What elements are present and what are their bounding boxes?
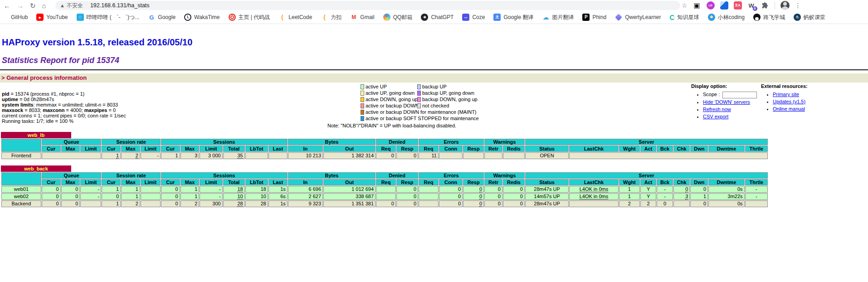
cell: L4OK in 0ms: [569, 193, 619, 200]
bookmark-leetcode2[interactable]: ⟨力扣: [321, 14, 341, 21]
bookmark-bilibili[interactable]: □哔哩哔哩 ( ゜- ゜)つ...: [77, 14, 140, 21]
stats-row-web01: web0100-1101-18181s6 6961 012 6940000028…: [1, 186, 768, 193]
imgtranslate-favicon: ☁: [542, 14, 549, 21]
bookmark-coze[interactable]: ••Coze: [462, 14, 485, 21]
bookmark-imgtranslate[interactable]: ☁图片翻译: [542, 14, 574, 21]
bookmark-qqmail[interactable]: QQ邮箱: [383, 14, 413, 21]
cell: 0: [690, 200, 708, 207]
haproxy-version-link[interactable]: HAProxy version 1.5.18, released 2016/05…: [2, 37, 192, 48]
option-link[interactable]: Refresh now: [703, 107, 731, 112]
gmail-favicon: M: [350, 14, 357, 21]
coze-favicon: ••: [462, 14, 469, 21]
proxy-name-tab-web-lb[interactable]: web_lb: [1, 132, 71, 138]
cell: 0: [463, 200, 484, 207]
column-group-session-rate: Session rate: [102, 139, 161, 145]
cell-value-tooltip: 10: [237, 194, 243, 199]
column-header-act: Act: [640, 179, 657, 185]
legend-item: active or backup DOWN: [361, 103, 419, 108]
bookmark-zsxq[interactable]: 知识星球: [670, 14, 699, 21]
warning-icon: ▲: [60, 3, 65, 8]
bookmark-github[interactable]: GitHub: [11, 14, 28, 21]
forward-icon[interactable]: →: [17, 2, 24, 9]
security-chip[interactable]: ▲ 不安全: [60, 2, 83, 10]
back-icon[interactable]: ←: [4, 2, 10, 9]
cell: 1s: [268, 200, 288, 207]
home-icon[interactable]: ⌂: [42, 2, 46, 9]
cell: 28m47s UP: [525, 186, 569, 193]
column-header-resp: Resp: [396, 179, 418, 185]
column-header-cur: Cur: [161, 146, 180, 152]
cell: -: [745, 193, 768, 200]
cell: 0: [484, 186, 502, 193]
cell: 3 000: [200, 152, 222, 159]
option-link[interactable]: CSV export: [703, 114, 728, 119]
profile-avatar[interactable]: [780, 1, 790, 10]
cell: 0: [657, 200, 673, 207]
screenshot-extension-icon[interactable]: ▣: [693, 1, 701, 10]
resource-link[interactable]: Updates (v1.5): [773, 99, 805, 104]
bookmark-qwerty[interactable]: QwertyLearner: [615, 14, 661, 21]
cell: 2: [121, 152, 140, 159]
scope-input[interactable]: [722, 92, 757, 98]
cell: 0: [61, 193, 80, 200]
bookmark-luffy[interactable]: 路飞学城: [753, 14, 785, 21]
cell: L4OK in 0ms: [569, 186, 619, 193]
legend-row: active UP, going downbackup UP, going do…: [361, 90, 479, 97]
bookmarks-list: GitHub▶YouTube□哔哩哔哩 ( ゜- ゜)つ...GGoogleWa…: [11, 11, 825, 24]
column-header-req: Req: [419, 146, 439, 152]
blue-extension-icon[interactable]: [720, 1, 728, 10]
column-group-warnings: Warnings: [484, 172, 525, 179]
legend-note: Note: "NOLB"/"DRAIN" = UP with load-bala…: [327, 123, 456, 128]
bookmark-label: Phind: [592, 14, 606, 20]
column-header-resp: Resp: [396, 146, 418, 152]
process-info-line: maxsock = 8033; maxconn = 4000; maxpipes…: [2, 107, 126, 113]
proxy-name-tab-web-back[interactable]: web_back: [1, 165, 71, 172]
stats-table-block-web-lb: web_lb QueueSession rateSessionsBytesDen…: [1, 132, 768, 160]
bookmark-label: 哔哩哔哩 ( ゜- ゜)つ...: [87, 14, 140, 21]
cell: 2: [619, 200, 640, 207]
process-info-line: Running tasks: 1/7; idle = 100 %: [2, 118, 126, 124]
address-bar[interactable]: ▲ 不安全 192.168.6.131/ha_stats: [55, 1, 680, 10]
column-header-out: Out: [323, 146, 375, 152]
reload-icon[interactable]: ↻: [30, 2, 36, 9]
section-header: > General process information: [0, 73, 868, 83]
column-header-limit: Limit: [200, 179, 222, 185]
column-header-bck: Bck: [657, 179, 673, 185]
bookmark-wakatime[interactable]: WakaTime: [184, 14, 219, 21]
legend-label: backup UP, going down: [422, 90, 474, 96]
lr-extension-icon[interactable]: LR: [707, 1, 715, 10]
column-header-limit: Limit: [141, 146, 161, 152]
bookmark-gmail[interactable]: MGmail: [350, 14, 374, 21]
extensions-puzzle-icon[interactable]: [761, 1, 769, 10]
bookmarks-overflow-chevron[interactable]: »: [796, 11, 800, 24]
phind-favicon: P: [582, 14, 590, 21]
bookmark-phind[interactable]: PPhind: [582, 14, 606, 21]
bookmark-youtube[interactable]: ▶YouTube: [36, 14, 68, 21]
column-header-limit: Limit: [141, 179, 161, 185]
bookmark-label: 知识星球: [678, 14, 699, 21]
cell: 0s: [708, 200, 744, 207]
bookmark-codewar[interactable]: 主页 | 代码战: [229, 14, 270, 21]
wappalyzer-extension-icon[interactable]: W6: [747, 1, 756, 10]
resource-link[interactable]: Online manual: [773, 106, 805, 112]
option-link[interactable]: Hide 'DOWN' servers: [703, 99, 750, 105]
bookmark-xiaolin[interactable]: 小林coding: [708, 14, 745, 21]
bookmark-star-icon[interactable]: ☆: [682, 2, 688, 9]
bilibili-favicon: □: [77, 14, 84, 21]
bookmark-google[interactable]: GGoogle: [148, 14, 176, 21]
column-header-out: Out: [323, 179, 375, 185]
cell: [745, 200, 768, 207]
cell: 10: [223, 193, 245, 200]
legend-item: active or backup SOFT STOPPED for mainte…: [361, 116, 479, 121]
translate-extension-icon[interactable]: 文A: [734, 1, 742, 10]
bookmark-leetcode[interactable]: ⟨LeetCode: [278, 14, 312, 21]
bookmark-chatgpt[interactable]: ∗ChatGPT: [421, 14, 454, 21]
column-header-lastchk: LastChk: [569, 179, 619, 185]
legend-row: active or backup DOWNnot checked: [361, 103, 479, 109]
resource-link[interactable]: Primary site: [773, 92, 799, 97]
legend-swatch: [361, 103, 364, 108]
legend-label: backup DOWN, going up: [422, 97, 478, 102]
browser-menu-icon[interactable]: ⋮: [795, 2, 801, 9]
cell: 0: [484, 193, 502, 200]
bookmark-gtranslate[interactable]: 文Google 翻译: [493, 14, 533, 21]
